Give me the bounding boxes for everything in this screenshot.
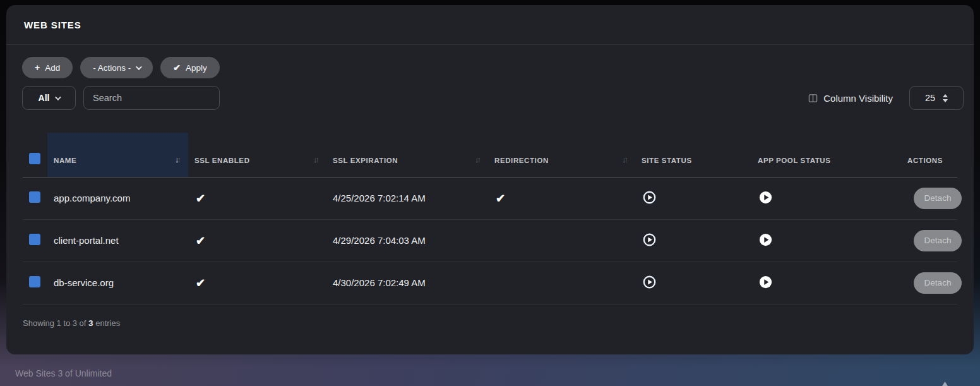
select-all-checkbox[interactable] (29, 153, 40, 164)
sort-icon[interactable]: ↓↑ (175, 155, 182, 164)
add-button[interactable]: + Add (22, 57, 73, 78)
sort-icon[interactable]: ↓↑ (622, 155, 629, 164)
column-header-redirection[interactable]: REDIRECTION ↓↑ (488, 133, 635, 177)
column-header-actions: ACTIONS (901, 133, 957, 177)
sort-icon[interactable]: ↓↑ (475, 155, 482, 164)
column-visibility-toggle[interactable]: Column Visibility (808, 93, 893, 104)
actions-dropdown-button[interactable]: - Actions - (80, 57, 153, 78)
redirection-check-icon (494, 234, 496, 246)
detach-button[interactable]: Detach (914, 230, 962, 251)
row-checkbox[interactable] (29, 276, 40, 287)
ssl-enabled-check-icon: ✔ (194, 192, 205, 205)
app-pool-status-play-icon[interactable] (759, 191, 772, 204)
filter-all-dropdown[interactable]: All (22, 86, 76, 110)
column-header-ssl-enabled[interactable]: SSL ENABLED ↓↑ (188, 133, 326, 177)
row-checkbox[interactable] (29, 234, 40, 245)
ssl-enabled-check-icon: ✔ (194, 277, 205, 289)
table-header-row: NAME ↓↑ SSL ENABLED ↓↑ SSL EXPIRATION ↓↑ (23, 133, 957, 177)
toolbar: + Add - Actions - ✔ Apply (22, 57, 220, 78)
redirection-check-icon: ✔ (494, 192, 505, 205)
chevron-down-icon (136, 64, 142, 70)
detach-button[interactable]: Detach (914, 272, 962, 294)
site-name: db-service.org (47, 262, 188, 304)
filter-all-label: All (39, 93, 50, 103)
search-input[interactable] (93, 93, 211, 103)
column-header-label: SITE STATUS (642, 157, 692, 164)
page-size-value: 25 (925, 93, 935, 103)
table-row: app.company.com ✔ 4/25/2026 7:02:14 AM ✔ (23, 177, 957, 219)
entries-summary-prefix: Showing 1 to 3 of (23, 318, 88, 328)
column-header-ssl-expiration[interactable]: SSL EXPIRATION ↓↑ (326, 133, 488, 177)
site-name: client-portal.net (47, 219, 188, 262)
page-title: WEB SITES (24, 20, 81, 30)
redirection-check-icon (494, 276, 496, 289)
page-size-select[interactable]: 25 (909, 86, 964, 110)
panel-header: WEB SITES (6, 5, 974, 45)
column-header-label: SSL EXPIRATION (333, 157, 398, 164)
column-visibility-label: Column Visibility (823, 93, 893, 104)
search-box (83, 86, 220, 110)
spinner-arrows-icon (943, 94, 948, 102)
ssl-enabled-check-icon: ✔ (194, 234, 205, 247)
site-name: app.company.com (47, 177, 188, 219)
site-status-play-icon[interactable] (643, 275, 656, 289)
entries-summary: Showing 1 to 3 of 3 entries (23, 318, 120, 328)
chevron-down-icon (55, 94, 61, 100)
search-icon (211, 92, 212, 104)
ssl-expiration-value: 4/29/2026 7:04:03 AM (326, 219, 488, 262)
plus-icon: + (35, 63, 40, 73)
row-checkbox[interactable] (29, 191, 40, 203)
ssl-expiration-value: 4/25/2026 7:02:14 AM (326, 177, 488, 219)
detach-button[interactable]: Detach (914, 188, 962, 209)
table-row: db-service.org ✔ 4/30/2026 7:02:49 AM (23, 262, 957, 304)
entries-total: 3 (88, 318, 93, 328)
sort-icon[interactable]: ↓↑ (313, 155, 320, 164)
column-header-label: ACTIONS (907, 157, 943, 164)
column-header-label: APP POOL STATUS (758, 157, 831, 164)
column-header-label: NAME (54, 157, 76, 164)
check-icon: ✔ (173, 63, 181, 73)
column-header-name[interactable]: NAME ↓↑ (47, 133, 188, 177)
ssl-expiration-value: 4/30/2026 7:02:49 AM (326, 262, 488, 304)
web-sites-table: NAME ↓↑ SSL ENABLED ↓↑ SSL EXPIRATION ↓↑ (23, 133, 957, 305)
site-status-play-icon[interactable] (643, 191, 656, 204)
apply-button-label: Apply (186, 63, 207, 73)
entries-summary-suffix: entries (93, 318, 121, 328)
apply-button[interactable]: ✔ Apply (160, 57, 220, 78)
filter-row: All Column Visibility 25 (22, 86, 964, 110)
column-header-site-status[interactable]: SITE STATUS (635, 133, 751, 177)
add-button-label: Add (45, 63, 60, 73)
partial-icon (942, 382, 948, 386)
table-row: client-portal.net ✔ 4/29/2026 7:04:03 AM (23, 219, 957, 262)
app-pool-status-play-icon[interactable] (759, 233, 772, 246)
column-header-label: SSL ENABLED (194, 157, 250, 164)
columns-icon (808, 93, 818, 103)
column-header-app-pool-status[interactable]: APP POOL STATUS (751, 133, 901, 177)
column-header-label: REDIRECTION (494, 157, 549, 164)
web-sites-panel: WEB SITES + Add - Actions - ✔ Apply All (6, 5, 974, 354)
site-status-play-icon[interactable] (643, 233, 656, 246)
actions-button-label: - Actions - (93, 63, 131, 73)
app-pool-status-play-icon[interactable] (759, 275, 772, 289)
quota-text: Web Sites 3 of Unlimited (15, 368, 112, 378)
